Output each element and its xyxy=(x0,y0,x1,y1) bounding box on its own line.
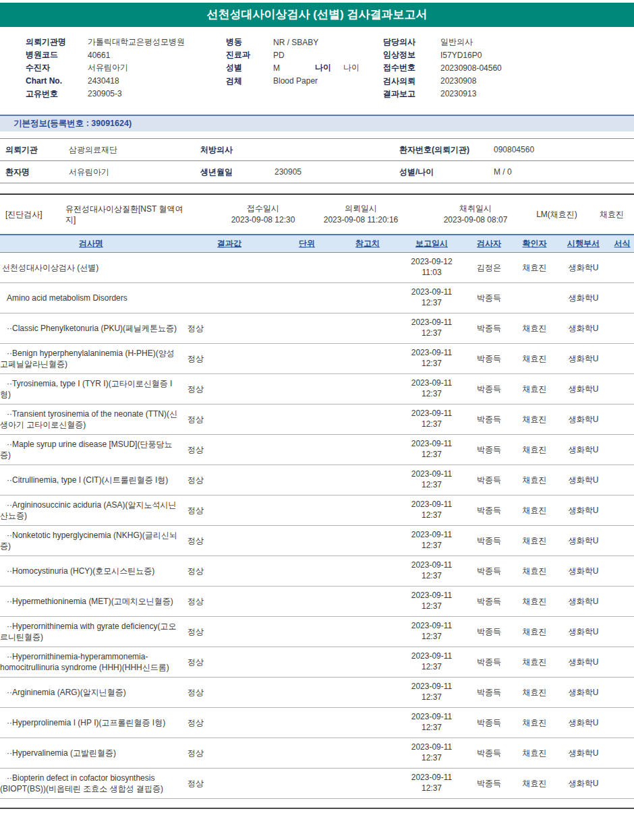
result-value: 정상 xyxy=(182,384,277,395)
confirmer-name: 채효진 xyxy=(513,323,556,334)
info-value: 가톨릭대학교은평성모병원 xyxy=(88,36,185,48)
info-label: 접수번호 xyxy=(383,62,440,73)
basic-label: 환자번호(의뢰기관) xyxy=(399,144,494,156)
info-value: 2430418 xyxy=(88,76,119,86)
patient-info-section: 의뢰기관명가톨릭대학교은평성모병원 병원코드40661 수진자서유림아기 Cha… xyxy=(0,36,634,103)
info-label: 수진자 xyxy=(26,62,88,73)
test-name-cell: ··Biopterin defect in cofactor biosynthe… xyxy=(0,773,182,794)
report-date: 2023-09-11 xyxy=(398,348,465,359)
report-time: 12:37 xyxy=(398,480,465,491)
confirmer-name: 채효진 xyxy=(513,626,556,638)
result-row: ··Homocystinuria (HCY)(호모시스틴뇨증) 정상 2023-… xyxy=(0,556,634,587)
test-name: ··Hypermethioninemia (MET)(고메치오닌혈증) xyxy=(7,597,173,606)
column-header-confirmer: 확인자 xyxy=(513,238,556,249)
test-name-cell: ··Argininemia (ARG)(알지닌혈증) xyxy=(0,687,182,698)
confirmer-name: 채효진 xyxy=(513,687,556,698)
info-label: 병동 xyxy=(226,36,273,48)
test-name: ··Hypervalinemia (고발린혈증) xyxy=(7,748,116,758)
report-datetime-cell: 2023-09-11 12:37 xyxy=(398,500,465,520)
report-datetime-cell: 2023-09-11 12:37 xyxy=(398,348,465,369)
report-datetime-cell: 2023-09-11 12:37 xyxy=(398,287,465,308)
report-page: 선천성대사이상검사 (선별) 검사결과보고서 의뢰기관명가톨릭대학교은평성모병원… xyxy=(0,3,634,809)
department-name: 생화학U xyxy=(556,475,610,486)
collect-label: 채취일시 xyxy=(425,203,526,214)
info-row: 고유번호230905-3 xyxy=(26,88,185,100)
basic-label: 생년월일 xyxy=(200,167,275,178)
info-label: 검사의뢰 xyxy=(383,76,440,87)
result-value: 정상 xyxy=(182,323,277,334)
result-value: 정상 xyxy=(182,657,277,668)
report-time: 12:37 xyxy=(398,450,465,460)
result-value: 정상 xyxy=(182,535,277,547)
result-row: ··Maple syrup urine disease [MSUD](단풍당뇨증… xyxy=(0,435,634,465)
info-row: 접수번호20230908-04560 xyxy=(383,61,502,74)
tester-name: 박종득 xyxy=(465,505,513,516)
basic-label: 처방의사 xyxy=(200,144,275,156)
basic-info-row: 의뢰기관 삼광의료재단 처방의사 환자번호(의뢰기관) 090804560 xyxy=(0,139,634,161)
info-column-left: 의뢰기관명가톨릭대학교은평성모병원 병원코드40661 수진자서유림아기 Cha… xyxy=(26,36,185,100)
report-date: 2023-09-11 xyxy=(398,318,465,328)
basic-info-table: 의뢰기관 삼광의료재단 처방의사 환자번호(의뢰기관) 090804560 환자… xyxy=(0,138,634,183)
result-row: ··Tyrosinemia, type I (TYR I)(고타이로신혈증 I형… xyxy=(0,374,634,404)
report-date: 2023-09-11 xyxy=(398,651,465,662)
info-value: 20230908-04560 xyxy=(440,63,502,73)
report-date: 2023-09-11 xyxy=(398,287,465,298)
confirmer-name: 채효진 xyxy=(513,748,556,759)
order-confirmer: 채효진 xyxy=(592,209,631,220)
tester-name: 박종득 xyxy=(465,384,513,395)
result-row: ··Biopterin defect in cofactor biosynthe… xyxy=(0,769,634,799)
column-header-result: 결과값 xyxy=(182,238,277,249)
basic-value: 230905 xyxy=(275,167,399,177)
request-label: 의뢰일시 xyxy=(307,203,415,214)
column-header-tester: 검사자 xyxy=(465,238,513,249)
result-value: 정상 xyxy=(182,717,277,729)
results-table-header: 검사명 결과값 단위 참고치 보고일시 검사자 확인자 시행부서 서식 xyxy=(0,234,634,253)
report-time: 11:03 xyxy=(398,268,465,278)
report-time: 12:37 xyxy=(398,389,465,400)
report-datetime-cell: 2023-09-11 12:37 xyxy=(398,651,465,672)
confirmer-name: 채효진 xyxy=(513,657,556,668)
receipt-value: 2023-09-08 12:30 xyxy=(209,214,317,226)
report-date: 2023-09-11 xyxy=(398,742,465,753)
report-date: 2023-09-11 xyxy=(398,682,465,692)
order-tag: [진단검사] xyxy=(5,209,42,220)
test-name-cell: ··Citrullinemia, type I (CIT)(시트룰린혈증 I형) xyxy=(0,475,182,485)
tester-name: 박종득 xyxy=(465,778,513,789)
info-column-middle: 병동NR / SBABY 진료과PD 성별 M 나이 나이 검체Blood Pa… xyxy=(226,36,359,88)
results-table: 검사명 결과값 단위 참고치 보고일시 검사자 확인자 시행부서 서식 선천성대… xyxy=(0,234,634,799)
info-row: 담당의사일반의사 xyxy=(383,36,502,49)
test-name-cell: ··Maple syrup urine disease [MSUD](단풍당뇨증… xyxy=(0,439,182,460)
column-header-test-name: 검사명 xyxy=(0,238,182,249)
report-date: 2023-09-11 xyxy=(398,591,465,601)
report-time: 12:37 xyxy=(398,662,465,673)
test-name-cell: ··Argininosuccinic aciduria (ASA)(알지노석시닌… xyxy=(0,500,182,521)
tester-name: 박종득 xyxy=(465,293,513,304)
info-value: 20230913 xyxy=(440,89,476,98)
report-datetime-cell: 2023-09-11 12:37 xyxy=(398,682,465,702)
info-row: 병동NR / SBABY xyxy=(226,36,359,49)
department-name: 생화학U xyxy=(556,262,610,274)
test-name: ··Classic Phenylketonuria (PKU)(페닐케톤뇨증) xyxy=(7,324,177,333)
report-time: 12:37 xyxy=(398,753,465,764)
report-time: 12:37 xyxy=(398,419,465,430)
report-datetime-cell: 2023-09-11 12:37 xyxy=(398,530,465,551)
test-name: ··Homocystinuria (HCY)(호모시스틴뇨증) xyxy=(7,566,154,576)
report-datetime-cell: 2023-09-11 12:37 xyxy=(398,591,465,611)
test-name: ··Benign hyperphenylalaninemia (H-PHE)(양… xyxy=(0,349,175,369)
result-row: ··Transient tyrosinemia of the neonate (… xyxy=(0,404,634,435)
report-time: 12:37 xyxy=(398,510,465,521)
order-test-group: 유전성대사이상질환[NST 혈액여지] xyxy=(65,204,183,225)
result-row: Amino acid metabolism Disorders 2023-09-… xyxy=(0,283,634,313)
info-value: M xyxy=(273,63,315,73)
info-row: 진료과PD xyxy=(226,49,359,61)
report-time: 12:37 xyxy=(398,601,465,612)
info-value: I57YD16P0 xyxy=(440,51,482,60)
test-name-cell: ··Classic Phenylketonuria (PKU)(페닐케톤뇨증) xyxy=(0,323,182,334)
report-date: 2023-09-11 xyxy=(398,530,465,541)
report-datetime-cell: 2023-09-11 12:37 xyxy=(398,742,465,763)
basic-label: 성별/나이 xyxy=(399,167,494,178)
test-name: ··Argininosuccinic aciduria (ASA)(알지노석시닌… xyxy=(0,500,176,520)
info-column-right: 담당의사일반의사 임상정보I57YD16P0 접수번호20230908-0456… xyxy=(383,36,502,100)
report-datetime-cell: 2023-09-11 12:37 xyxy=(398,712,465,733)
report-time: 12:37 xyxy=(398,359,465,369)
